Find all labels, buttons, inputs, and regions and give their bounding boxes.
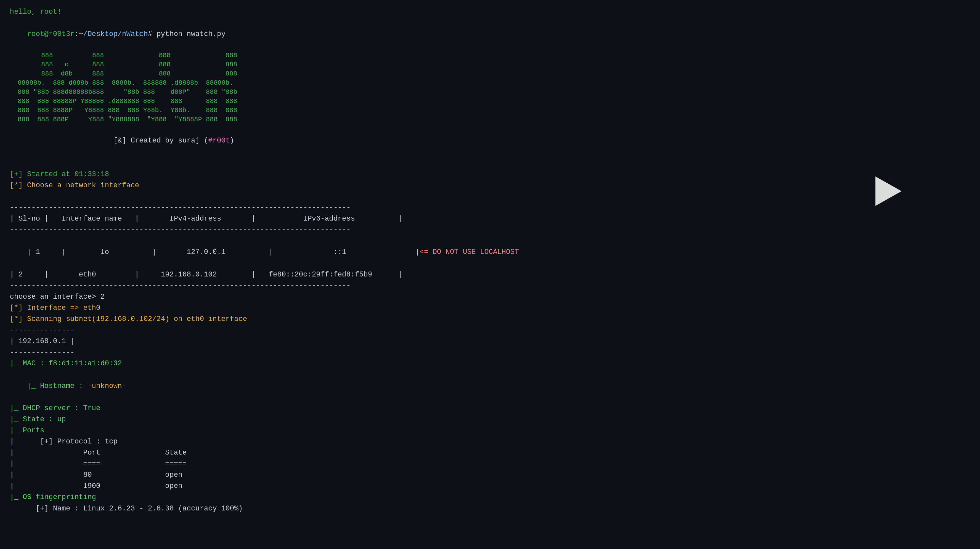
ip-block: | 192.168.0.1 |: [10, 336, 970, 347]
dhcp-line: |_ DHCP server : True: [10, 403, 970, 414]
ports-label: |_ Ports: [10, 425, 970, 436]
choose-input-line: choose an interface> 2: [10, 291, 970, 302]
ascii-art-block: 888 888 888 888 888 o 888 888 888 888 d8…: [10, 51, 970, 124]
blank-line-1: [10, 158, 970, 169]
port-sep-line: | ==== =====: [10, 458, 970, 469]
separator-2: ----------------------------------------…: [10, 224, 970, 236]
terminal-window: hello, root! root@r00t3r:~/Desktop/nWatc…: [10, 6, 970, 543]
ascii-line-5: 888 "88b 888d88888b888 "88b 888 d88P" 88…: [10, 88, 970, 97]
table-header: | Sl-no | Interface name | IPv4-address …: [10, 213, 970, 224]
port-header-line: | Port State: [10, 447, 970, 458]
table-row-1: | 1 | lo | 127.0.0.1 | ::1 |<= DO NOT US…: [10, 236, 970, 269]
created-by-line: [&] Created by suraj (#r00t): [10, 124, 970, 158]
ascii-line-1: 888 888 888 888: [10, 51, 970, 60]
play-triangle-icon: [875, 177, 902, 206]
port-80-line: | 80 open: [10, 469, 970, 481]
separator-3: ----------------------------------------…: [10, 280, 970, 291]
play-button[interactable]: [872, 177, 905, 206]
ascii-line-6: 888 888 88888P Y88888 .d888888 888 888 8…: [10, 97, 970, 106]
user-host: root@r00t3r: [27, 30, 75, 38]
separator-5: ---------------: [10, 347, 970, 358]
ascii-line-3: 888 d8b 888 888 888: [10, 69, 970, 78]
protocol-line: | [+] Protocol : tcp: [10, 436, 970, 447]
ascii-line-8: 888 888 888P Y888 "Y888888 "Y888 "Y8888P…: [10, 115, 970, 124]
table-row-2: | 2 | eth0 | 192.168.0.102 | fe80::20c:2…: [10, 269, 970, 280]
ascii-line-2: 888 o 888 888 888: [10, 60, 970, 69]
separator-4: ---------------: [10, 325, 970, 336]
hash: # python nwatch.py: [148, 30, 226, 38]
greeting-line: hello, root!: [10, 6, 970, 18]
interface-selected-line: [*] Interface => eth0: [10, 302, 970, 314]
path: ~/Desktop/nWatch: [79, 30, 148, 38]
scanning-line: [*] Scanning subnet(192.168.0.102/24) on…: [10, 314, 970, 325]
separator-1: ----------------------------------------…: [10, 202, 970, 213]
os-fp-line: |_ OS fingerprinting: [10, 492, 970, 503]
prompt-line: root@r00t3r:~/Desktop/nWatch# python nwa…: [10, 18, 970, 51]
started-line: [+] Started at 01:33:18: [10, 169, 970, 180]
mac-line: |_ MAC : f8:d1:11:a1:d0:32: [10, 358, 970, 369]
port-1900-line: | 1900 open: [10, 481, 970, 492]
colon1: :: [75, 30, 79, 38]
state-line: |_ State : up: [10, 414, 970, 425]
ascii-line-4: 88888b. 888 d888b 888 8888b. 888888 .d88…: [10, 78, 970, 88]
ascii-line-7: 888 888 8888P Y8888 888 888 Y88b. Y88b. …: [10, 106, 970, 115]
hostname-line: |_ Hostname : -unknown-: [10, 369, 970, 403]
choose-interface-line: [*] Choose a network interface: [10, 180, 970, 191]
blank-line-2: [10, 191, 970, 202]
os-name-line: [+] Name : Linux 2.6.23 - 2.6.38 (accura…: [10, 503, 970, 514]
